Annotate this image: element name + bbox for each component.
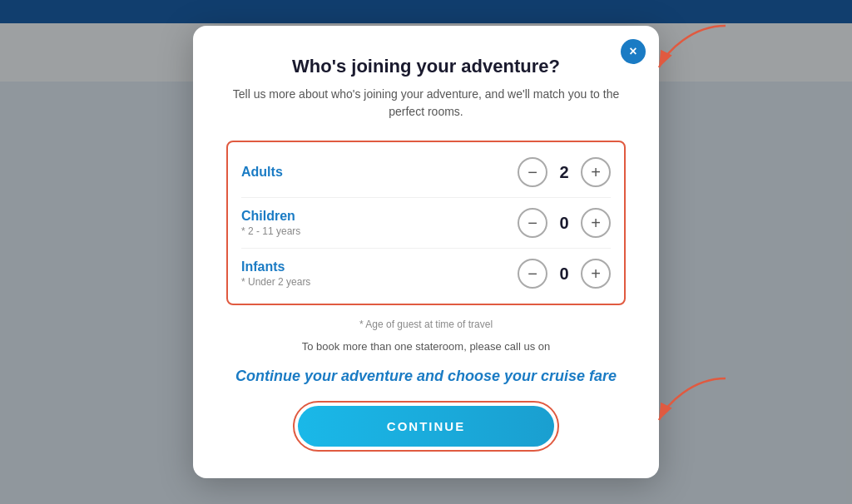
arrow-bottom-right-icon	[651, 370, 734, 428]
modal-subtitle: Tell us more about who's joining your ad…	[226, 86, 626, 121]
cta-text: Continue your adventure and choose your …	[226, 366, 626, 387]
adults-decrement-button[interactable]: −	[518, 157, 547, 187]
infants-value: 0	[556, 264, 572, 284]
stateroom-note: To book more than one stateroom, please …	[226, 340, 626, 353]
age-note: * Age of guest at time of travel	[226, 319, 626, 330]
continue-button-wrapper: CONTINUE	[293, 401, 559, 452]
adults-increment-button[interactable]: +	[581, 157, 611, 187]
infants-increment-button[interactable]: +	[581, 259, 611, 289]
children-decrement-button[interactable]: −	[518, 208, 547, 238]
infants-label: Infants	[241, 259, 518, 274]
children-stepper: − 0 +	[518, 208, 611, 238]
children-row: Children * 2 - 11 years − 0 +	[241, 198, 611, 249]
guest-modal: × Who's joining your adventure? Tell us …	[193, 26, 659, 477]
children-label: Children	[241, 209, 518, 224]
continue-button[interactable]: CONTINUE	[298, 406, 554, 447]
adults-label: Adults	[241, 165, 518, 180]
adults-row: Adults − 2 +	[241, 147, 611, 198]
children-sublabel: * 2 - 11 years	[241, 225, 518, 237]
infants-stepper: − 0 +	[518, 259, 611, 289]
arrow-top-right-icon	[651, 17, 734, 76]
modal-overlay: × Who's joining your adventure? Tell us …	[0, 0, 852, 504]
children-value: 0	[556, 214, 572, 233]
close-button[interactable]: ×	[621, 39, 646, 64]
modal-title: Who's joining your adventure?	[226, 56, 626, 77]
children-increment-button[interactable]: +	[581, 208, 611, 238]
infants-decrement-button[interactable]: −	[518, 259, 547, 289]
infants-label-group: Infants * Under 2 years	[241, 259, 518, 288]
guest-selector-box: Adults − 2 + Children * 2 - 11 years − 0…	[226, 141, 626, 305]
children-label-group: Children * 2 - 11 years	[241, 209, 518, 237]
infants-sublabel: * Under 2 years	[241, 276, 518, 288]
adults-label-group: Adults	[241, 165, 518, 180]
adults-stepper: − 2 +	[518, 157, 611, 187]
adults-value: 2	[556, 163, 572, 182]
infants-row: Infants * Under 2 years − 0 +	[241, 249, 611, 299]
